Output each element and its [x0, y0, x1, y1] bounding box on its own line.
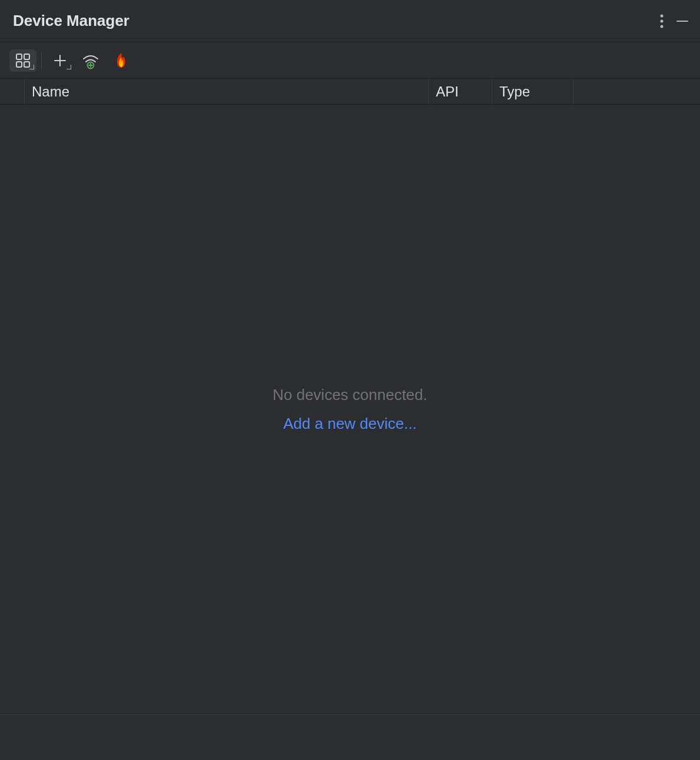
minimize-icon [675, 14, 689, 28]
svg-point-0 [661, 14, 664, 17]
table-column-name[interactable]: Name [25, 79, 429, 104]
svg-rect-4 [16, 54, 22, 59]
svg-rect-5 [24, 54, 29, 59]
pair-wifi-device-button[interactable] [77, 49, 104, 72]
plus-icon [53, 54, 67, 68]
panel-header: Device Manager [0, 0, 700, 42]
wifi-add-icon [82, 52, 99, 69]
empty-state-message: No devices connected. [272, 386, 427, 404]
firebase-button[interactable] [108, 49, 135, 72]
expand-corner-icon [29, 65, 34, 69]
table-column-api[interactable]: API [429, 79, 492, 104]
table-column-actions [574, 79, 700, 104]
svg-point-1 [661, 19, 664, 22]
table-body-empty: No devices connected. Add a new device..… [0, 105, 700, 714]
table-header: Name API Type [0, 79, 700, 105]
header-actions [660, 14, 689, 28]
more-options-button[interactable] [660, 14, 664, 28]
device-explorer-button[interactable] [9, 49, 36, 72]
panel-title: Device Manager [13, 12, 129, 30]
expand-corner-icon [66, 65, 71, 69]
grid-icon [15, 53, 31, 68]
svg-rect-7 [24, 62, 29, 67]
toolbar-separator [41, 52, 42, 69]
firebase-flame-icon [114, 52, 128, 69]
svg-point-2 [661, 25, 664, 28]
table-column-type[interactable]: Type [492, 79, 574, 104]
minimize-panel-button[interactable] [675, 14, 689, 28]
panel-footer [0, 714, 700, 760]
add-device-button[interactable] [46, 49, 74, 72]
table-column-handle [0, 79, 25, 104]
toolbar [0, 42, 700, 79]
svg-rect-6 [16, 62, 22, 67]
add-new-device-link[interactable]: Add a new device... [284, 415, 417, 433]
kebab-menu-icon [660, 14, 664, 28]
